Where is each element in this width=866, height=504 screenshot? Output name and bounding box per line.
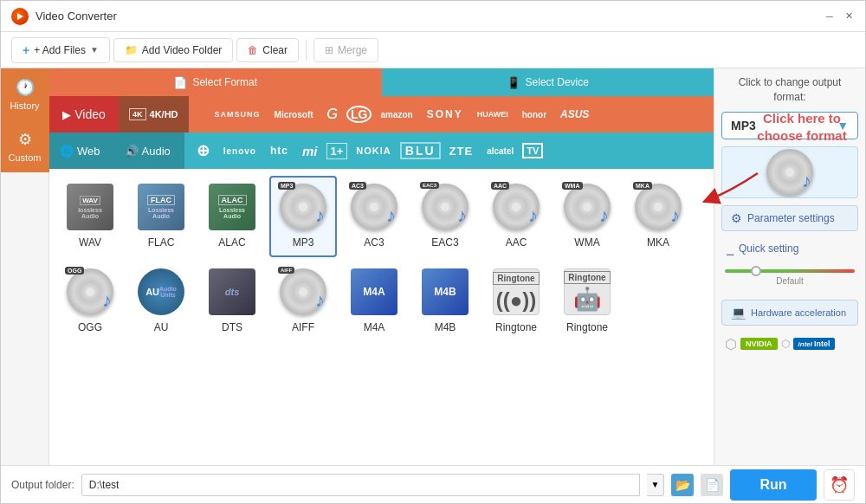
ac3-format-icon: AC3 ♪ — [348, 181, 400, 233]
format-item-wma[interactable]: WMA ♪ WMA — [553, 176, 621, 257]
browse-folder-button[interactable]: 📂 — [671, 474, 694, 496]
center-panel: 📄 Select Format 📱 Select Device ▶ Video … — [49, 68, 714, 465]
separator — [306, 40, 307, 61]
fourk-button[interactable]: 4K 4K/HD — [119, 96, 189, 132]
hw-accel-icon: 💻 — [731, 306, 746, 320]
blu-logo[interactable]: BLU — [400, 142, 441, 159]
alcatel-logo[interactable]: alcatel — [481, 146, 519, 156]
tab-select-format[interactable]: 📄 Select Format — [49, 68, 382, 96]
format-item-aac[interactable]: AAC ♪ AAC — [482, 176, 550, 257]
format-item-dts[interactable]: dts DTS — [198, 261, 266, 342]
format-item-wav[interactable]: WAV lossless Audio WAV — [56, 176, 124, 257]
samsung-logo[interactable]: SAMSUNG — [210, 110, 266, 119]
sidebar-item-history[interactable]: 🕐 History — [1, 68, 49, 120]
app-title: Video Converter — [36, 10, 117, 23]
sidebar-item-custom[interactable]: ⚙ Custom — [1, 120, 49, 172]
format-item-ringtone-android[interactable]: Ringtone 🤖 Ringtone — [553, 261, 621, 342]
eac3-label: EAC3 — [431, 236, 458, 249]
ogg-format-icon: OGG ♪ — [64, 266, 116, 318]
slider-thumb[interactable] — [751, 266, 761, 276]
au-label: AU — [154, 321, 169, 333]
sony-logo[interactable]: SONY — [422, 108, 469, 120]
history-icon: 🕐 — [16, 78, 35, 97]
main-content: 🕐 History ⚙ Custom 📄 Select Format 📱 Sel… — [1, 68, 865, 465]
web-icon: 🌐 — [60, 145, 74, 158]
video-format-row: ▶ Video 4K 4K/HD SAMSUNG Microsoft G LG … — [49, 96, 714, 132]
intel-badge: intel Intel — [793, 338, 836, 350]
format-item-ogg[interactable]: OGG ♪ OGG — [56, 261, 124, 342]
fourk-label: 4K/HD — [150, 109, 178, 120]
gpu-icon: ⬡ — [725, 336, 737, 352]
tab-select-device[interactable]: 📱 Select Device — [382, 68, 714, 96]
google-logo[interactable]: G — [322, 107, 343, 122]
web-format-row: 🌐 Web 🔊 Audio ⊕ lenovo htc mi 1+ NOKIA B… — [49, 132, 714, 169]
path-dropdown-button[interactable]: ▼ — [647, 474, 664, 496]
clear-button[interactable]: 🗑 Clear — [236, 38, 299, 62]
format-selector-dropdown[interactable]: MP3 ▼ — [721, 112, 858, 139]
asus-logo[interactable]: ASUS — [555, 108, 594, 120]
aac-format-icon: AAC ♪ — [490, 181, 542, 233]
format-item-ac3[interactable]: AC3 ♪ AC3 — [340, 176, 408, 257]
quality-label: Default — [725, 276, 855, 286]
close-button[interactable]: ✕ — [843, 10, 855, 23]
merge-button[interactable]: ⊞ Merge — [313, 38, 378, 62]
quick-setting-button[interactable]: ⎯ Quick setting — [721, 238, 858, 259]
flac-format-icon: FLAC Lossless Audio — [135, 181, 187, 233]
ogg-label: OGG — [78, 321, 102, 333]
open-file-button[interactable]: 📄 — [701, 474, 723, 496]
zte-logo[interactable]: ZTE — [444, 145, 479, 158]
format-item-m4a[interactable]: M4A M4A — [340, 261, 408, 342]
format-item-mp3[interactable]: MP3 ♪ MP3 — [269, 176, 337, 257]
parameter-settings-button[interactable]: ⚙ Parameter settings — [721, 205, 858, 231]
custom-icon: ⚙ — [18, 130, 32, 149]
gpu-badges-row: ⬡ NVIDIA ⬡ intel Intel — [721, 333, 858, 356]
add-files-button[interactable]: + + Add Files ▼ — [11, 37, 110, 63]
web-button[interactable]: 🌐 Web — [49, 132, 111, 169]
alarm-button[interactable]: ⏰ — [824, 469, 855, 501]
ringtone-android-label: Ringtone — [566, 321, 608, 333]
alac-format-icon: ALAC Lossless Audio — [206, 181, 258, 233]
amazon-logo[interactable]: amazon — [375, 110, 417, 120]
mi-logo[interactable]: mi — [297, 144, 323, 158]
minimize-button[interactable]: ─ — [824, 10, 836, 23]
honor-logo[interactable]: honor — [517, 110, 552, 120]
lenovo-logo[interactable]: lenovo — [218, 146, 262, 156]
ringtone-apple-icon: Ringtone ((●)) — [490, 266, 542, 318]
eac3-format-icon: EAC3 ♪ — [419, 181, 471, 233]
aiff-label: AIFF — [292, 321, 314, 333]
format-item-mka[interactable]: MKA ♪ MKA — [624, 176, 692, 257]
hardware-acceleration-button[interactable]: 💻 Hardware acceleration — [721, 300, 858, 326]
folder-open-icon: 📂 — [675, 478, 690, 492]
format-item-au[interactable]: AU AudioUnits AU — [127, 261, 195, 342]
format-item-m4b[interactable]: M4B M4B — [411, 261, 479, 342]
aiff-format-icon: AIFF ♪ — [277, 266, 329, 318]
quality-slider[interactable] — [725, 269, 855, 273]
microsoft-logo[interactable]: Microsoft — [269, 110, 319, 120]
format-tab-label: Select Format — [192, 76, 257, 88]
custom-label: Custom — [9, 152, 42, 163]
audio-button[interactable]: 🔊 Audio — [111, 132, 184, 169]
nokia-logo[interactable]: NOKIA — [351, 145, 396, 156]
format-item-ringtone-apple[interactable]: Ringtone ((●)) Ringtone — [482, 261, 550, 342]
output-path-input[interactable] — [81, 474, 640, 496]
au-format-icon: AU AudioUnits — [135, 266, 187, 318]
add-folder-button[interactable]: 📁 Add Video Folder — [113, 38, 234, 62]
audio-label: Audio — [142, 145, 171, 158]
lg-logo[interactable]: LG — [346, 106, 372, 123]
run-button[interactable]: Run — [730, 469, 817, 501]
htc-logo[interactable]: htc — [265, 145, 294, 157]
format-item-flac[interactable]: FLAC Lossless Audio FLAC — [127, 176, 195, 257]
folder-icon: 📁 — [125, 44, 138, 56]
mp3-label: MP3 — [293, 236, 314, 249]
motorola-logo[interactable]: ⊕ — [191, 141, 215, 160]
format-item-aiff[interactable]: AIFF ♪ AIFF — [269, 261, 337, 342]
huawei-logo[interactable]: HUAWEI — [472, 110, 514, 119]
wav-label: WAV — [79, 236, 101, 249]
device-tab-label: Select Device — [526, 76, 589, 88]
fourk-icon: 4K — [129, 108, 146, 120]
tv-logo[interactable]: TV — [522, 143, 543, 158]
video-button[interactable]: ▶ Video — [49, 96, 119, 132]
oneplus-logo[interactable]: 1+ — [326, 143, 348, 159]
format-item-alac[interactable]: ALAC Lossless Audio ALAC — [198, 176, 266, 257]
format-item-eac3[interactable]: EAC3 ♪ EAC3 — [411, 176, 479, 257]
